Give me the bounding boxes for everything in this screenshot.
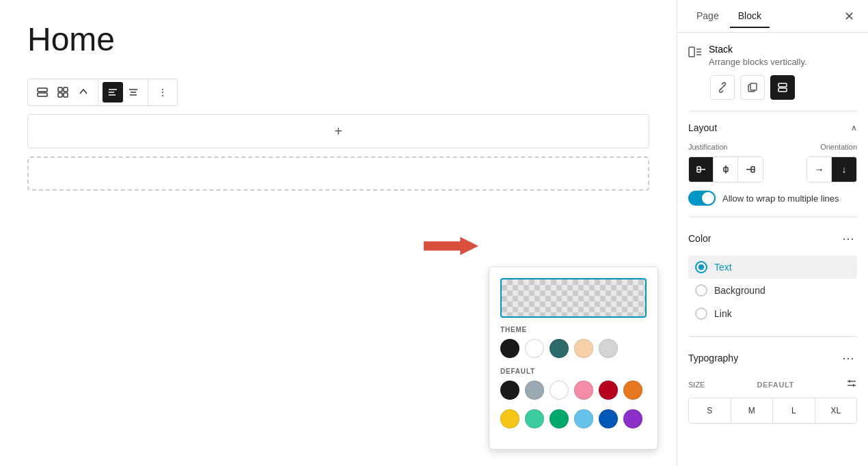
- block-toolbar: ⋮: [27, 79, 178, 106]
- color-background-label: Background: [714, 285, 765, 296]
- wrap-toggle-row: Allow to wrap to multiple lines: [688, 191, 857, 206]
- svg-rect-2: [58, 87, 62, 92]
- swatch-peach[interactable]: [574, 339, 593, 358]
- right-panel: Page Block ✕ Stack Arrange blocks verti: [677, 0, 868, 466]
- theme-swatches: [500, 339, 647, 358]
- stack-btn-link[interactable]: [710, 75, 735, 100]
- svg-rect-1: [38, 93, 47, 96]
- default-swatches-row2: [500, 409, 647, 428]
- color-preview[interactable]: [500, 278, 647, 318]
- justification-buttons: [688, 156, 763, 182]
- orientation-buttons: → ↓: [806, 156, 857, 182]
- justification-label: Justification: [688, 143, 727, 151]
- typography-header: Typography ⋯: [688, 348, 857, 368]
- size-default-label: DEFAULT: [757, 381, 794, 389]
- swatch-default-black[interactable]: [500, 381, 519, 400]
- page-title: Home: [27, 20, 649, 58]
- stack-btn-duplicate[interactable]: [740, 75, 765, 100]
- layout-toggle-btn[interactable]: ∧: [851, 123, 857, 133]
- color-section: Color ⋯ Text Background Link: [688, 228, 857, 337]
- toolbar-group-1: [28, 79, 98, 105]
- color-radio-text: [695, 261, 707, 273]
- layout-controls: → ↓: [688, 156, 857, 182]
- size-btn-l[interactable]: L: [773, 398, 815, 423]
- size-btn-xl[interactable]: XL: [815, 398, 857, 423]
- color-option-text[interactable]: Text: [688, 256, 857, 279]
- toolbar-group-3: ⋮: [148, 79, 177, 105]
- svg-rect-20: [778, 83, 787, 87]
- tab-block[interactable]: Block: [730, 5, 770, 28]
- panel-tabs: Page Block ✕: [677, 0, 868, 33]
- toolbar-align-center-btn[interactable]: [123, 82, 144, 102]
- color-picker-popup: THEME DEFAULT: [489, 266, 658, 450]
- default-swatches-row1: [500, 381, 647, 400]
- swatch-default-pink[interactable]: [574, 381, 593, 400]
- toolbar-more-btn[interactable]: ⋮: [152, 82, 173, 102]
- toolbar-stack-btn[interactable]: [32, 82, 53, 102]
- block-add-area[interactable]: +: [27, 114, 649, 148]
- stack-btn-stack[interactable]: [770, 75, 795, 100]
- size-row: SIZE DEFAULT: [688, 378, 857, 391]
- toolbar-align-left-btn[interactable]: [103, 82, 123, 102]
- size-buttons: S M L XL: [688, 398, 857, 424]
- wrap-label: Allow to wrap to multiple lines: [722, 193, 839, 204]
- svg-rect-5: [64, 93, 68, 97]
- panel-tabs-left: Page Block: [688, 5, 770, 28]
- size-adjust-btn[interactable]: [846, 378, 857, 391]
- stack-info: Stack Arrange blocks vertically.: [709, 44, 807, 67]
- color-option-link[interactable]: Link: [688, 302, 857, 325]
- swatch-default-light-blue[interactable]: [574, 409, 593, 428]
- layout-section: Layout ∧ Justification Orientation: [688, 122, 857, 217]
- size-label: SIZE: [688, 381, 705, 389]
- svg-rect-21: [778, 88, 787, 92]
- swatch-default-gray[interactable]: [525, 381, 544, 400]
- typography-title: Typography: [688, 353, 738, 364]
- toolbar-grid-btn[interactable]: [53, 82, 73, 102]
- swatch-default-teal[interactable]: [525, 409, 544, 428]
- swatch-default-orange[interactable]: [623, 381, 642, 400]
- default-label: DEFAULT: [500, 368, 647, 375]
- typography-more-btn[interactable]: ⋯: [839, 348, 857, 368]
- size-btn-m[interactable]: M: [731, 398, 774, 423]
- toolbar-arrows-btn[interactable]: [73, 82, 94, 102]
- stack-section: Stack Arrange blocks vertically.: [688, 44, 857, 111]
- swatch-default-yellow[interactable]: [500, 409, 519, 428]
- svg-rect-13: [689, 47, 694, 57]
- stack-icon: [688, 45, 702, 62]
- justify-center-btn[interactable]: [714, 157, 738, 182]
- justify-left-btn[interactable]: [689, 157, 714, 182]
- stack-type-buttons: [710, 75, 857, 100]
- size-btn-s[interactable]: S: [689, 398, 731, 423]
- swatch-teal-dark[interactable]: [550, 339, 569, 358]
- swatch-default-white[interactable]: [550, 381, 569, 400]
- typography-section: Typography ⋯ SIZE DEFAULT S M: [688, 348, 857, 424]
- orient-vertical-btn[interactable]: ↓: [832, 157, 856, 182]
- svg-line-17: [720, 85, 724, 90]
- swatch-white[interactable]: [525, 339, 544, 358]
- main-content: Home: [0, 0, 677, 466]
- stack-description: Arrange blocks vertically.: [709, 57, 807, 67]
- justify-right-btn[interactable]: [738, 157, 763, 182]
- orient-horizontal-btn[interactable]: →: [807, 157, 832, 182]
- svg-rect-4: [58, 93, 62, 97]
- swatch-default-green[interactable]: [550, 409, 569, 428]
- layout-section-header: Layout ∧: [688, 122, 857, 133]
- swatch-default-blue[interactable]: [599, 409, 618, 428]
- panel-content: Stack Arrange blocks vertically.: [677, 33, 868, 466]
- wrap-toggle[interactable]: [688, 191, 716, 206]
- stack-title: Stack: [709, 44, 807, 55]
- svg-rect-19: [750, 83, 757, 90]
- svg-marker-12: [424, 237, 478, 256]
- swatch-black[interactable]: [500, 339, 519, 358]
- toolbar-group-2: [98, 79, 148, 105]
- swatch-default-purple[interactable]: [623, 409, 642, 428]
- color-more-btn[interactable]: ⋯: [839, 228, 857, 249]
- tab-page[interactable]: Page: [688, 5, 727, 28]
- svg-rect-0: [38, 88, 47, 92]
- color-text-label: Text: [714, 262, 732, 273]
- color-option-background[interactable]: Background: [688, 279, 857, 302]
- color-radio-background: [695, 284, 707, 297]
- panel-close-button[interactable]: ✕: [841, 6, 857, 27]
- swatch-light-gray[interactable]: [599, 339, 618, 358]
- swatch-default-red[interactable]: [599, 381, 618, 400]
